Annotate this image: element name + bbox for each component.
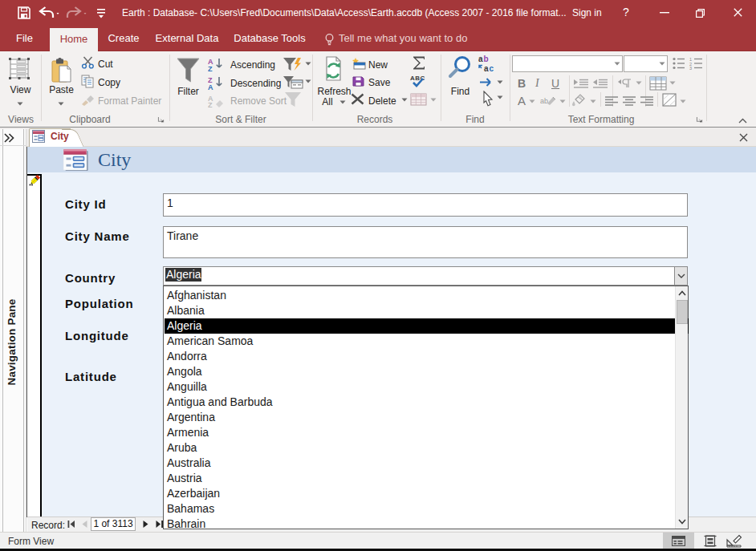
svg-text:c: c (490, 64, 494, 72)
svg-text:A: A (208, 83, 213, 90)
svg-text:ABC: ABC (410, 75, 425, 82)
svg-text:Z: Z (208, 65, 213, 71)
svg-text:b: b (484, 55, 489, 63)
svg-text:a: a (478, 55, 483, 63)
svg-text:a: a (484, 64, 489, 72)
svg-text:3: 3 (689, 66, 692, 70)
svg-text:Z: Z (208, 101, 213, 107)
svg-text:ab: ab (540, 97, 548, 105)
